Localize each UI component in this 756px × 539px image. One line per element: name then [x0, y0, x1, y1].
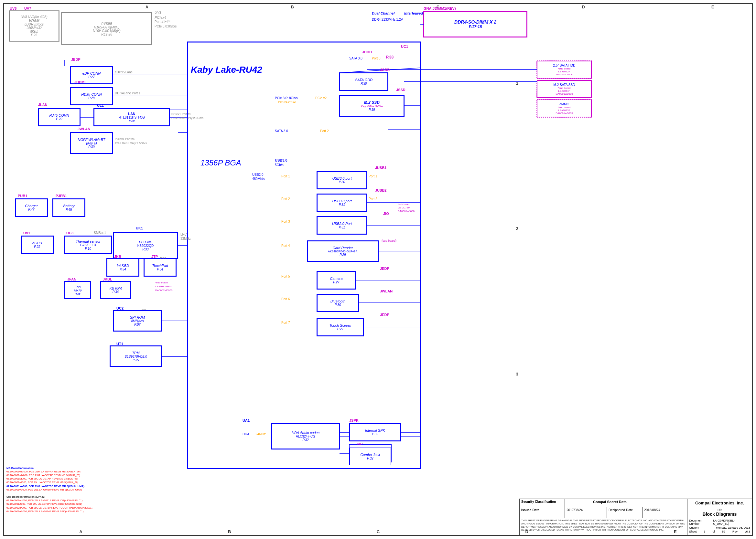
spi-rom-label: SPI ROM: [130, 315, 145, 319]
dgpu-box: dGPU P.22: [21, 236, 53, 254]
p29-lan-label: P.29: [56, 117, 62, 121]
date-right-placeholder: [655, 499, 687, 507]
slb9670-label: SLB9670VQ2.0: [125, 355, 147, 358]
usb-port1: Port 1: [281, 175, 290, 178]
usb30-p2-label: USB3.0 port: [332, 199, 352, 203]
jhp-label: JHP: [356, 442, 363, 446]
pub1-label: PUB1: [18, 194, 27, 198]
p19-ssd: P.19: [369, 108, 375, 112]
mb256-label: 256Mbx32: [27, 26, 42, 30]
m2-sata-sub-box: M.2 SATA SSD *sub board LS-G074P DA0001w…: [537, 80, 592, 98]
usb30-p1-label: USB3.0 port: [332, 177, 352, 180]
jhdmi-label: JHDMI: [74, 80, 85, 84]
p30-wlan: P.30: [88, 145, 94, 149]
sata30-p0: SATA 3.0: [349, 56, 363, 60]
lpc-label: LPC: [180, 233, 187, 236]
lpc-33mhz: 33MHz: [180, 237, 191, 240]
title-section: Title Block Diagrams: [687, 507, 752, 518]
hda-label-left: HDA: [242, 432, 249, 436]
touch-screen-label: Touch Screen: [329, 324, 351, 327]
p22-label: P.22: [34, 245, 40, 249]
hdmi-conn-box: HDMI CONN P.28: [70, 87, 113, 105]
battery-box: Battery P.48: [53, 199, 85, 216]
p48-label: P.48: [66, 208, 72, 211]
ddr4-freq-label: DDR4 2133MHz 1.2V: [372, 18, 403, 21]
port2-label: Port 2: [320, 129, 329, 133]
deciphered-date-label: Deciphered Date: [607, 507, 642, 518]
company-name: Compal Electronics, Inc.: [687, 499, 752, 507]
ngff-box: NGFF WLAN+BT (Key E) P.30: [70, 132, 113, 153]
port6-label: Port 6: [281, 297, 290, 301]
title-value: Block Diagrams: [703, 511, 737, 517]
mb-sub-line1: 01.DA0001wJ000, PCB 29L LA-G071P REVB ID…: [6, 499, 93, 502]
issued-date-value: 2017/08/24: [565, 507, 607, 518]
lan-chip-box: LAN RTL8111HSH-CG P.29: [94, 108, 170, 126]
hda-codec-box: HDA Aduio codec ALC3247-CG P.32: [272, 423, 340, 449]
internal-spk-box: Internal SPK P.32: [349, 423, 401, 441]
pcie1-6-label: PCIex1 Port #6: [115, 137, 134, 141]
fan-box: Fan 75x70 P.38: [65, 281, 91, 299]
fan-label: Fan: [75, 285, 81, 289]
mb-info-line3: 05.DA0001EI000, PCB 29L LA-G07AP REVB MB…: [6, 477, 93, 481]
cpu-name: Kaby Lake-RU42: [191, 65, 262, 75]
rj45-label: RJ45 CONN: [49, 114, 69, 117]
charger-label: Charger: [25, 204, 38, 208]
fan-size: 75x70: [74, 289, 82, 292]
usb-port2: Port 2: [281, 197, 290, 201]
sub-board-2-label: *sub board: [558, 87, 571, 90]
p30-bt: P.30: [335, 303, 341, 307]
jusb1-label: JUSB1: [375, 166, 386, 170]
uv1-gpu-label: UV1: [23, 231, 30, 235]
mb-sub-title: Sub Board Information:(EPK52): [6, 495, 93, 499]
thermal-sensor-box: Thermal sensor G753T11U P.10: [65, 236, 112, 254]
battery-label: Battery: [63, 204, 75, 208]
p33-label: P.33: [142, 248, 148, 251]
camera-box: Camera P.27: [317, 271, 356, 289]
jwlan-port6-label: JWLAN: [380, 289, 392, 293]
nvidia-block: nVidia N16S-GTR(M)(H) N16V-GMR1(M)(H) P.…: [61, 12, 152, 44]
doc-number-row: Document Number LA-G07DP(KBL-U_UMA_6L): [689, 519, 750, 525]
p34-kb: P.34: [120, 268, 126, 271]
p28-label: P.28: [88, 96, 94, 100]
p32-hda: P.32: [302, 438, 308, 442]
jfan-label: JFAN: [67, 277, 76, 281]
cpu-package: 1356P BGA: [201, 158, 241, 167]
ddr4-block: DDR4-SO-DIMM X 2 P.17-18: [424, 11, 527, 37]
ddr4-dimm-title: GNA:JDIMM1(REV): [424, 6, 456, 10]
interleaved-label: Interleaved: [404, 11, 423, 15]
sata-hdd-label: 2.5" SATA HDD: [553, 64, 576, 67]
m2-ssd-label: M.2 SSD: [364, 100, 379, 105]
edp-2lane-label: eDP:x2Lane: [115, 70, 132, 74]
ec-ene-label: EC ENE: [139, 240, 152, 244]
usb-port3: Port 3: [281, 220, 290, 223]
combo-jack-box: Combo Jack P.32: [349, 447, 391, 465]
ul1-label: UL1: [97, 104, 104, 107]
p32-jack: P.32: [367, 457, 373, 460]
touchscreen-box: Touch Screen P.27: [317, 318, 364, 336]
port11-12: Port #11~#12: [278, 100, 295, 104]
sub-board-tp3: DA0002M0000: [155, 289, 172, 292]
key-e-label: (Key E): [86, 141, 97, 145]
vram-block: UV8 UV9(for 4GB) VRAM gDDR5x4pcs 256Mbx3…: [9, 11, 59, 41]
vram-label: VRAM: [29, 19, 39, 23]
tpm-label: TPM: [132, 351, 139, 355]
spi-rom-box: SPI ROM 8MBytes P.07: [113, 310, 162, 331]
hdmi-conn-label: HDMI CONN: [81, 92, 102, 96]
p35-label: P.35: [132, 358, 139, 362]
uk1-label: UK1: [136, 226, 143, 230]
p17-18-label: P.17-18: [469, 25, 482, 29]
int-kbd-box: Int.KBD P.34: [107, 259, 139, 276]
p10-label: P.10: [85, 247, 91, 251]
title-block-mid-row: Issued Date 2017/08/24 Deciphered Date 2…: [520, 507, 752, 518]
pcle1-5-label: PCIex1 Port #5: [171, 113, 191, 116]
camera-label: Camera: [330, 276, 342, 280]
usb-port1-right: Port 1: [369, 175, 378, 178]
mb8gb-label: (8Gb): [30, 30, 39, 33]
pjpb1-label: PJPB1: [56, 194, 67, 198]
p27-cam: P.27: [333, 280, 339, 284]
p47-label: P.47: [28, 208, 34, 211]
jlan-label: JLAN: [38, 103, 47, 107]
bluetooth-label: Bluetooth: [330, 299, 345, 303]
p34-kbl: P.34: [113, 290, 119, 294]
usb30-port1-box: USB3.0 port P.30: [317, 171, 367, 189]
